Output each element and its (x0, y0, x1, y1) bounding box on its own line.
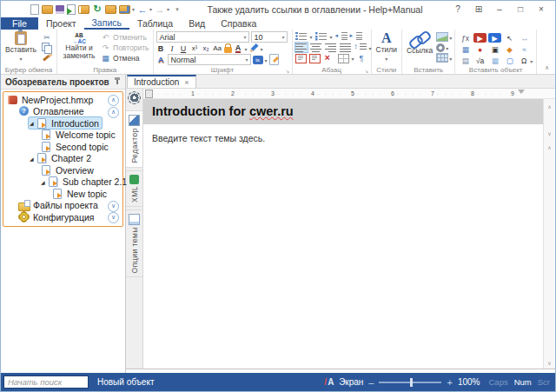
chevron-down-icon[interactable]: ∨ (108, 212, 119, 223)
edit-style-page-icon[interactable] (269, 54, 279, 65)
cancel-button[interactable]: ▦Отмена (101, 53, 149, 63)
insert-media-icon[interactable] (436, 43, 445, 52)
left-margin-marker[interactable] (145, 90, 153, 98)
new-object-label[interactable]: Новый объект (97, 377, 154, 387)
zoom-slider[interactable] (379, 382, 441, 383)
paste-button[interactable]: Вставить (3, 30, 39, 64)
find-replace-button[interactable]: Найти и заменить (59, 30, 99, 64)
back-icon[interactable] (137, 4, 148, 15)
superscript-button[interactable] (190, 43, 200, 53)
tree-item-project-files[interactable]: Файлы проекта∨ (3, 200, 122, 212)
numbered-list-icon[interactable] (315, 31, 328, 41)
close-tab-icon[interactable] (184, 78, 189, 87)
formula-icon[interactable]: √a (473, 56, 486, 65)
function-icon[interactable]: ƒx (459, 33, 472, 43)
tree-item-overview[interactable]: Overview (3, 164, 122, 176)
insert-table-icon[interactable] (436, 53, 448, 63)
expander-icon[interactable] (30, 156, 36, 162)
help-button[interactable]: ? (447, 4, 468, 14)
right-margin-marker[interactable] (518, 90, 525, 97)
format-painter-icon[interactable] (41, 52, 53, 63)
zoom-out-button[interactable]: – (368, 377, 374, 388)
snippet-icon[interactable]: ▶ (473, 33, 486, 43)
character-style-icon[interactable] (156, 55, 166, 64)
maximize-button[interactable]: □ (510, 4, 531, 14)
text-style-caret-icon[interactable] (265, 56, 268, 64)
tree-item-welcome-topic[interactable]: Welcome topic (3, 130, 122, 142)
borders-icon[interactable] (338, 54, 349, 63)
tree-item-chapter-2[interactable]: Chapter 2 (3, 153, 122, 165)
insert-table-caret-icon[interactable] (449, 54, 452, 63)
more-icon[interactable] (172, 4, 182, 15)
scroll-up-icon[interactable] (544, 103, 555, 110)
chart-icon[interactable]: ◆ (503, 44, 516, 54)
anchor-marker-icon[interactable]: ● (473, 44, 486, 54)
bold-button[interactable] (156, 43, 166, 53)
expander-icon[interactable] (41, 179, 48, 185)
open-folder-icon[interactable] (42, 5, 53, 14)
minimize-button[interactable]: – (489, 4, 510, 14)
vertical-scrollbar[interactable] (543, 99, 555, 369)
align-left-icon[interactable] (295, 43, 308, 52)
font-size-select[interactable]: 10 (251, 31, 288, 43)
table-grid-icon[interactable]: ▦ (459, 44, 472, 54)
font-color-button[interactable] (234, 43, 243, 53)
export-icon-caret[interactable] (132, 6, 135, 12)
highlighter-icon[interactable] (249, 43, 259, 53)
chevron-up-icon[interactable]: ∧ (108, 107, 119, 118)
underline-button[interactable] (179, 43, 189, 53)
publish-icon[interactable] (78, 5, 89, 14)
paragraph-style-select[interactable]: Normal (168, 54, 251, 65)
tree-item-sub-chapter-2-1[interactable]: Sub chapter 2.1 (3, 176, 122, 189)
bullet-list-icon[interactable] (295, 31, 308, 41)
ribbon-options-button[interactable]: ⊞ (468, 4, 489, 14)
tree-item-toc[interactable]: Оглавление∧ (3, 106, 122, 118)
hotspot-cursor-icon[interactable]: ↖ (503, 33, 516, 43)
italic-button[interactable] (168, 43, 177, 53)
scroll-down-icon[interactable] (544, 360, 555, 366)
styles-button[interactable]: Стили (374, 30, 400, 64)
collapse-heading-icon[interactable] (544, 130, 555, 136)
insert-media-caret-icon[interactable] (446, 43, 448, 52)
close-button[interactable]: × (531, 4, 552, 14)
copy-icon[interactable] (41, 43, 53, 53)
change-case-button[interactable] (213, 43, 222, 53)
symbol-omega-icon[interactable]: Ω (518, 56, 530, 65)
lines-icon[interactable]: ≈ (518, 44, 531, 54)
editor-tab-introduction[interactable]: Introduction (127, 75, 196, 88)
tree-item-second-topic[interactable]: Second topic (3, 141, 122, 153)
symbol-omega-icon-caret[interactable] (530, 56, 533, 65)
zoom-slider-thumb[interactable] (410, 378, 413, 387)
highlighter-caret-icon[interactable] (261, 44, 263, 53)
scroll-up-body-icon[interactable] (544, 144, 555, 150)
grid-icon[interactable]: ▦ (488, 56, 501, 65)
collapse-ribbon-icon[interactable] (545, 64, 549, 71)
save-icon[interactable] (56, 5, 64, 14)
increase-indent-icon[interactable] (350, 31, 362, 41)
side-tab-topic-options[interactable]: Опции темы (126, 209, 142, 277)
align-right-icon[interactable] (325, 43, 337, 52)
ribbon-tab-file[interactable]: File (1, 17, 38, 30)
bullet-list-caret-icon[interactable] (310, 32, 313, 41)
search-input[interactable] (3, 375, 89, 389)
tree-item-configuration[interactable]: Конфигурация∨ (3, 211, 122, 223)
tree-item-project-root[interactable]: NewProject.hmxp∧ (3, 94, 122, 106)
justify-icon[interactable] (340, 43, 352, 52)
font-color-caret-icon[interactable] (245, 44, 248, 53)
ribbon-tab-запись[interactable]: Запись (84, 17, 129, 30)
image-icon[interactable]: ▣ (488, 44, 501, 54)
ribbon-tab-проект[interactable]: Проект (38, 17, 84, 30)
frame-icon[interactable]: ▢ (503, 56, 516, 65)
side-tab-editor[interactable]: Редактор (126, 110, 142, 168)
cut-icon[interactable] (41, 32, 53, 43)
link-button[interactable]: Ссылка (404, 30, 435, 64)
chevron-up-icon[interactable]: ∧ (108, 95, 119, 106)
numbered-list-caret-icon[interactable] (330, 32, 333, 41)
ribbon-tab-вид[interactable]: Вид (181, 17, 213, 30)
insert-image-icon[interactable] (436, 32, 448, 42)
compile-icon[interactable] (67, 4, 76, 15)
ribbon-tab-таблица[interactable]: Таблица (129, 17, 181, 30)
clear-formatting-icon[interactable] (323, 54, 335, 63)
expander-icon[interactable] (30, 120, 36, 126)
video-icon[interactable]: ▶ (488, 33, 501, 43)
